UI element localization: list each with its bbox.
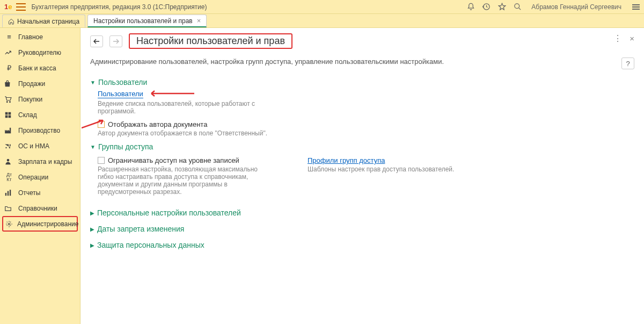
operations-icon: ДтКт: [4, 172, 14, 182]
sidebar-item-assets[interactable]: ОС и НМА: [0, 138, 80, 154]
sidebar-item-purchases[interactable]: Покупки: [0, 91, 80, 107]
folder-icon: [4, 205, 14, 212]
sidebar-item-main[interactable]: ≡ Главное: [0, 29, 80, 45]
nav-back-button[interactable]: [90, 35, 103, 47]
svg-point-0: [515, 4, 519, 9]
chevron-right-icon: ▶: [90, 226, 94, 232]
section-personal-header[interactable]: ▶ Персональные настройки пользователей: [90, 208, 634, 217]
sidebar-item-bank[interactable]: ₽ Банк и касса: [0, 60, 80, 76]
users-link[interactable]: Пользователи: [98, 90, 143, 98]
tabbar: Начальная страница Настройки пользовател…: [0, 14, 644, 28]
section-protect-header[interactable]: ▶ Защита персональных данных: [90, 241, 634, 249]
sidebar-item-production[interactable]: Производство: [0, 123, 80, 138]
section-users-label: Пользователи: [98, 78, 147, 87]
chevron-down-icon: ▼: [90, 80, 96, 85]
sidebar-item-warehouse[interactable]: Склад: [0, 107, 80, 123]
window-menu-icon[interactable]: [632, 3, 640, 11]
svg-point-9: [7, 159, 10, 161]
logo-1c: 1e: [4, 3, 12, 11]
page-title-highlight: Настройки пользователей и прав: [129, 33, 292, 49]
page-description: Администрирование пользователей, настрой…: [90, 57, 444, 66]
menu-burger-icon[interactable]: [16, 3, 26, 11]
section-protect-label: Защита персональных данных: [97, 241, 204, 249]
gear-icon: [5, 220, 13, 228]
svg-point-1: [6, 101, 8, 102]
app-title: Бухгалтерия предприятия, редакция 3.0 (1…: [31, 3, 467, 11]
chevron-down-icon: ▼: [90, 144, 96, 150]
search-icon[interactable]: [514, 3, 522, 11]
history-icon[interactable]: [482, 3, 491, 11]
sidebar-item-label: Склад: [18, 111, 37, 119]
svg-rect-10: [5, 193, 6, 196]
svg-rect-11: [8, 191, 9, 196]
section-dates-label: Даты запрета изменения: [97, 225, 184, 233]
sidebar-item-sales[interactable]: Продажи: [0, 76, 80, 91]
titlebar: 1e Бухгалтерия предприятия, редакция 3.0…: [0, 0, 644, 14]
section-dates-header[interactable]: ▶ Даты запрета изменения: [90, 225, 634, 233]
sidebar-item-operations[interactable]: ДтКт Операции: [0, 169, 80, 185]
svg-point-8: [9, 147, 10, 148]
sidebar-item-label: Покупки: [18, 96, 42, 103]
svg-rect-3: [5, 112, 8, 114]
truck-icon: [4, 142, 14, 150]
annotation-arrow-1: [146, 90, 194, 97]
close-panel-icon[interactable]: ×: [630, 34, 634, 43]
bars-icon: [4, 189, 14, 197]
sidebar-item-label: Отчеты: [18, 189, 40, 197]
sidebar-item-label: Операции: [18, 174, 48, 181]
page-title: Настройки пользователей и прав: [136, 35, 285, 46]
show-author-hint: Автор документа отображается в поле "Отв…: [98, 129, 280, 137]
bell-icon[interactable]: [467, 3, 475, 11]
chevron-right-icon: ▶: [90, 242, 94, 248]
sidebar: ≡ Главное Руководителю ₽ Банк и касса Пр…: [0, 28, 80, 324]
sidebar-item-label: Производство: [18, 127, 60, 134]
tab-close-icon[interactable]: ×: [197, 17, 201, 25]
section-personal-label: Персональные настройки пользователей: [97, 208, 241, 217]
tab-home[interactable]: Начальная страница: [2, 15, 85, 27]
help-button[interactable]: ?: [621, 57, 634, 69]
bag-icon: [4, 80, 14, 88]
tab-settings-label: Настройки пользователей и прав: [93, 17, 193, 25]
svg-point-7: [5, 147, 6, 148]
sidebar-item-reports[interactable]: Отчеты: [0, 185, 80, 200]
restrict-access-hint: Расширенная настройка, позволяющая макси…: [98, 165, 275, 196]
sidebar-item-label: Зарплата и кадры: [18, 158, 72, 165]
content-area: Настройки пользователей и прав ⋮ × Админ…: [80, 28, 644, 324]
section-access-label: Группы доступа: [98, 142, 153, 151]
profiles-link[interactable]: Профили групп доступа: [308, 156, 385, 164]
sidebar-item-directories[interactable]: Справочники: [0, 200, 80, 216]
sidebar-item-label: Справочники: [18, 205, 57, 212]
svg-rect-5: [5, 115, 8, 118]
tab-settings-users[interactable]: Настройки пользователей и прав ×: [87, 15, 207, 27]
sidebar-item-label: Банк и касса: [18, 64, 56, 72]
star-icon[interactable]: [498, 3, 506, 11]
sidebar-item-label: Администрирование: [17, 220, 78, 228]
restrict-access-checkbox[interactable]: [98, 157, 105, 164]
annotation-arrow-2: [82, 118, 108, 129]
show-author-label: Отображать автора документа: [108, 120, 207, 128]
tab-home-label: Начальная страница: [17, 18, 79, 25]
svg-rect-6: [9, 115, 11, 118]
svg-rect-4: [9, 112, 11, 114]
sidebar-item-administration[interactable]: Администрирование: [2, 216, 78, 232]
more-icon[interactable]: ⋮: [613, 33, 622, 44]
titlebar-actions: Абрамов Геннадий Сергеевич: [467, 3, 640, 11]
section-users-header[interactable]: ▼ Пользователи: [90, 78, 634, 87]
user-name[interactable]: Абрамов Геннадий Сергеевич: [531, 3, 621, 11]
sidebar-item-label: Главное: [18, 33, 43, 41]
sidebar-item-label: Руководителю: [18, 49, 61, 56]
users-hint: Ведение списка пользователей, которые ра…: [98, 100, 280, 115]
section-access-header[interactable]: ▼ Группы доступа: [90, 142, 634, 151]
svg-point-2: [10, 101, 11, 102]
nav-forward-button[interactable]: [109, 35, 122, 47]
sidebar-item-manager[interactable]: Руководителю: [0, 45, 80, 60]
svg-rect-12: [10, 190, 11, 196]
ruble-icon: ₽: [4, 64, 14, 72]
home-icon: [8, 18, 14, 25]
sidebar-item-salary[interactable]: Зарплата и кадры: [0, 154, 80, 169]
sidebar-item-label: Продажи: [18, 80, 45, 88]
factory-icon: [4, 127, 14, 134]
cart-icon: [4, 96, 14, 103]
list-icon: ≡: [4, 33, 14, 41]
boxes-icon: [4, 111, 14, 119]
